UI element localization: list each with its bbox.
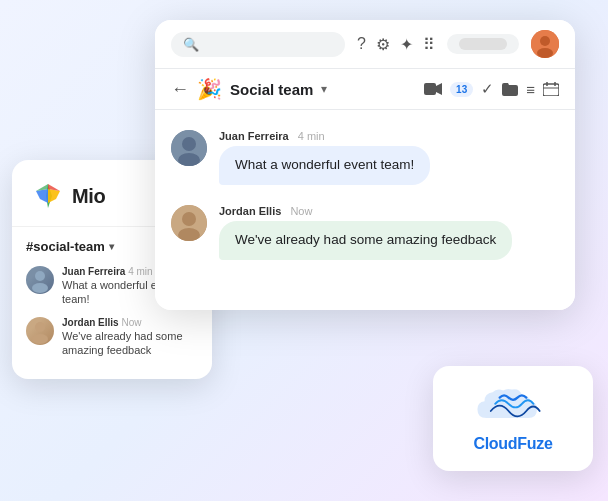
svg-point-23 xyxy=(182,212,196,226)
mio-msg-text-2: We've already had some amazing feedback xyxy=(62,329,198,358)
mio-msg-sender-2: Jordan Ellis xyxy=(62,317,119,328)
back-arrow-icon[interactable]: ← xyxy=(171,79,189,100)
task-icon[interactable]: ≡ xyxy=(526,81,535,98)
msg-sender-1: Juan Ferreira xyxy=(219,130,289,142)
search-bar[interactable]: 🔍 xyxy=(171,32,345,57)
msg-content-2: Jordan Ellis Now We've already had some … xyxy=(219,205,512,260)
svg-point-8 xyxy=(35,322,45,332)
svg-point-9 xyxy=(32,334,48,344)
chat-header: ← 🎉 Social team ▾ 13 ✓ ≡ xyxy=(155,69,575,110)
search-icon: 🔍 xyxy=(183,37,199,52)
mio-logo-icon xyxy=(32,180,64,212)
avatar-jordan-chat xyxy=(171,205,207,241)
msg-sender-2: Jordan Ellis xyxy=(219,205,281,217)
calendar-icon[interactable] xyxy=(543,82,559,96)
message-row-2: Jordan Ellis Now We've already had some … xyxy=(171,205,559,260)
gchat-toolbar: 🔍 ? ⚙ ✦ ⠿ xyxy=(155,20,575,69)
check-icon[interactable]: ✓ xyxy=(481,80,494,98)
apps-icon[interactable]: ⠿ xyxy=(423,35,435,54)
svg-rect-15 xyxy=(543,84,559,96)
msg-meta-2: Jordan Ellis Now xyxy=(219,205,512,217)
avatar-juan-mio xyxy=(26,266,54,294)
svg-marker-3 xyxy=(48,189,60,203)
chat-header-actions: 13 ✓ ≡ xyxy=(424,80,559,98)
channel-name: #social-team xyxy=(26,239,105,254)
account-label xyxy=(459,38,507,50)
mio-brand-name: Mio xyxy=(72,185,106,208)
chat-emoji-icon: 🎉 xyxy=(197,77,222,101)
svg-point-6 xyxy=(35,271,45,281)
svg-point-20 xyxy=(182,137,196,151)
msg-bubble-2: We've already had some amazing feedback xyxy=(219,221,512,260)
cloudfuze-logo: CloudFuze xyxy=(473,384,553,453)
cloudfuze-name: CloudFuze xyxy=(473,435,552,453)
chat-title: Social team xyxy=(230,81,313,98)
msg-time-2: Now xyxy=(290,205,312,217)
messages-area: Juan Ferreira 4 min What a wonderful eve… xyxy=(155,110,575,310)
mio-message-2: Jordan Ellis Now We've already had some … xyxy=(26,317,198,358)
message-row-1: Juan Ferreira 4 min What a wonderful eve… xyxy=(171,130,559,185)
chat-title-chevron-icon[interactable]: ▾ xyxy=(321,82,327,96)
sparkle-icon[interactable]: ✦ xyxy=(400,35,413,54)
msg-bubble-1: What a wonderful event team! xyxy=(219,146,430,185)
gchat-window: 🔍 ? ⚙ ✦ ⠿ ← 🎉 Social team ▾ xyxy=(155,20,575,310)
video-icon[interactable] xyxy=(424,82,442,96)
mio-msg-time-1: 4 min xyxy=(128,266,152,277)
svg-marker-2 xyxy=(36,189,48,203)
msg-meta-1: Juan Ferreira 4 min xyxy=(219,130,430,142)
mio-msg-time-2: Now xyxy=(121,317,141,328)
msg-time-1: 4 min xyxy=(298,130,325,142)
cloudfuze-card: CloudFuze xyxy=(433,366,593,471)
msg-content-1: Juan Ferreira 4 min What a wonderful eve… xyxy=(219,130,430,185)
settings-icon[interactable]: ⚙ xyxy=(376,35,390,54)
channel-chevron-icon: ▾ xyxy=(109,241,114,252)
toolbar-icons: ? ⚙ ✦ ⠿ xyxy=(357,35,435,54)
svg-point-7 xyxy=(32,283,48,293)
svg-point-11 xyxy=(540,36,550,46)
user-avatar-toolbar[interactable] xyxy=(531,30,559,58)
avatar-juan-chat xyxy=(171,130,207,166)
member-badge: 13 xyxy=(450,82,473,97)
account-button[interactable] xyxy=(447,34,519,54)
cloudfuze-icon xyxy=(473,384,553,429)
help-icon[interactable]: ? xyxy=(357,35,366,53)
mio-msg-meta-2: Jordan Ellis Now xyxy=(62,317,198,328)
svg-rect-13 xyxy=(424,83,436,95)
folder-icon[interactable] xyxy=(502,83,518,96)
svg-marker-14 xyxy=(436,83,442,95)
mio-msg-sender-1: Juan Ferreira xyxy=(62,266,125,277)
mio-msg-content-2: Jordan Ellis Now We've already had some … xyxy=(62,317,198,358)
svg-point-12 xyxy=(537,48,553,58)
avatar-jordan-mio xyxy=(26,317,54,345)
